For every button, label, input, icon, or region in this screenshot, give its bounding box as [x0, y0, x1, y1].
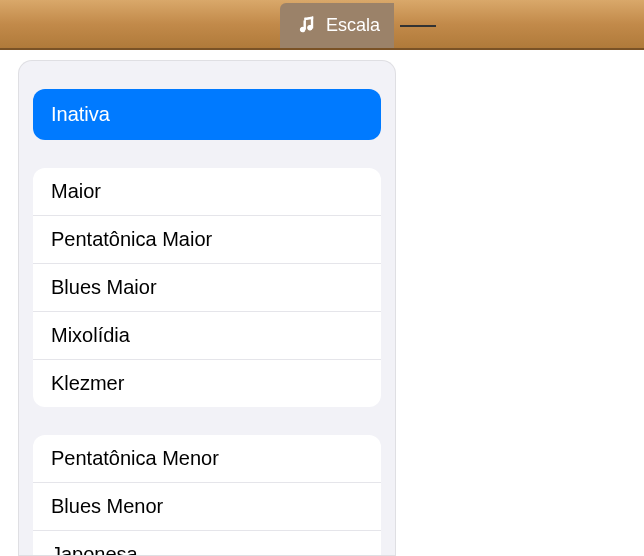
callout-line: [400, 25, 436, 27]
scale-group-minor: Pentatônica Menor Blues Menor Japonesa: [33, 435, 381, 556]
scale-option[interactable]: Pentatônica Maior: [33, 216, 381, 264]
music-notes-icon: [298, 15, 320, 37]
scale-option[interactable]: Pentatônica Menor: [33, 435, 381, 483]
scale-option[interactable]: Japonesa: [33, 531, 381, 556]
scale-option[interactable]: Blues Maior: [33, 264, 381, 312]
toolbar: Escala: [0, 0, 644, 50]
scale-button[interactable]: Escala: [280, 3, 394, 48]
scale-option[interactable]: Maior: [33, 168, 381, 216]
scale-option[interactable]: Mixolídia: [33, 312, 381, 360]
scale-button-label: Escala: [326, 15, 380, 36]
scale-option-selected[interactable]: Inativa: [33, 89, 381, 140]
scale-group-major: Maior Pentatônica Maior Blues Maior Mixo…: [33, 168, 381, 407]
scale-option[interactable]: Blues Menor: [33, 483, 381, 531]
scale-dropdown: Inativa Maior Pentatônica Maior Blues Ma…: [18, 60, 396, 556]
scale-option[interactable]: Klezmer: [33, 360, 381, 407]
